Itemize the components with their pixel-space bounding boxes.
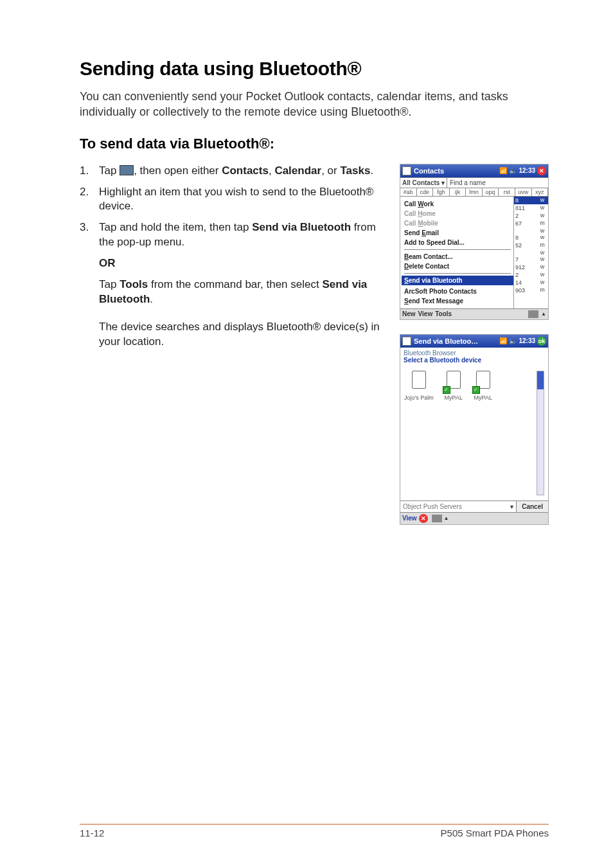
bluetooth-device[interactable]: ✓MyPAL bbox=[474, 371, 493, 495]
titlebar: Contacts 📶 🔈 12:33 ✕ bbox=[400, 164, 548, 177]
signal-icon: 📶 bbox=[499, 337, 507, 344]
clock: 12:33 bbox=[519, 337, 535, 344]
alpha-tab[interactable]: #ab bbox=[400, 188, 417, 196]
list-row[interactable]: 912w bbox=[514, 263, 548, 271]
titlebar: Send via Bluetoo… 📶 🔈 12:33 ok bbox=[400, 335, 548, 348]
context-menu-item[interactable]: Send Email bbox=[404, 228, 511, 238]
subsection-heading: To send data via Bluetooth®: bbox=[80, 136, 549, 152]
list-row[interactable]: 8w bbox=[514, 197, 548, 204]
context-menu-item[interactable]: Delete Contact bbox=[404, 261, 511, 271]
list-row[interactable]: w bbox=[514, 249, 548, 256]
context-menu-item[interactable]: Send Text Message bbox=[404, 296, 511, 306]
speaker-icon: 🔈 bbox=[509, 337, 517, 344]
close-icon[interactable]: ✕ bbox=[537, 166, 546, 175]
tray: 📶 🔈 12:33 ✕ bbox=[499, 166, 546, 175]
speaker-icon: 🔈 bbox=[509, 167, 517, 174]
keyboard-icon[interactable] bbox=[528, 310, 538, 318]
clock: 12:33 bbox=[519, 167, 535, 174]
tray: 📶 🔈 12:33 ok bbox=[499, 337, 546, 346]
start-icon[interactable] bbox=[402, 337, 411, 346]
context-menu-item[interactable]: ArcSoft Photo Contacts bbox=[404, 287, 511, 296]
info-text: The device searches and displays Bluetoo… bbox=[80, 320, 383, 350]
list-row[interactable]: 52m bbox=[514, 242, 548, 249]
list-row[interactable]: w bbox=[514, 227, 548, 234]
scrollbar[interactable] bbox=[537, 371, 544, 495]
step-3: Tap and hold the item, then tap Send via… bbox=[80, 220, 383, 250]
context-menu-item: Call Mobile bbox=[404, 218, 511, 228]
screenshot-contacts: Contacts 📶 🔈 12:33 ✕ All Contacts ▾ Find… bbox=[400, 164, 549, 320]
alpha-tab[interactable]: cde bbox=[417, 188, 434, 196]
page-footer: 11-12 P505 Smart PDA Phones bbox=[80, 824, 549, 838]
bluetooth-device[interactable]: Jojo's Palm bbox=[404, 371, 434, 495]
list-row[interactable]: 903m bbox=[514, 287, 548, 294]
context-menu: Call WorkCall HomeCall MobileSend EmailA… bbox=[400, 197, 513, 308]
keyboard-icon[interactable] bbox=[432, 515, 442, 522]
sip-arrow-icon[interactable]: ▲ bbox=[444, 515, 449, 521]
cmd-view[interactable]: View bbox=[418, 310, 433, 317]
list-row[interactable]: 2w bbox=[514, 271, 548, 279]
sip-arrow-icon[interactable]: ▲ bbox=[541, 311, 546, 317]
contact-list-preview: 8w811w2w67mw8w52mw7w912w2w14w903m bbox=[513, 197, 548, 308]
context-menu-item[interactable]: Beam Contact... bbox=[404, 252, 511, 261]
device-list[interactable]: Jojo's Palm✓MyPAL✓MyPAL bbox=[400, 366, 548, 500]
step-2: Highlight an item that you wish to send … bbox=[80, 185, 383, 215]
list-row[interactable]: 2w bbox=[514, 212, 548, 220]
bb-heading: Bluetooth Browser bbox=[400, 348, 548, 357]
close-icon[interactable]: ✕ bbox=[419, 514, 428, 523]
alpha-tab[interactable]: fgh bbox=[433, 188, 450, 196]
app-title: Send via Bluetoo… bbox=[414, 337, 499, 345]
cmd-new[interactable]: New bbox=[402, 310, 416, 317]
list-row[interactable]: 811w bbox=[514, 204, 548, 212]
step-1: Tap , then open either Contacts, Calenda… bbox=[80, 164, 383, 179]
service-combo[interactable]: Object Push Servers▾ bbox=[400, 501, 516, 512]
alpha-tab[interactable]: xyz bbox=[532, 188, 549, 196]
bb-subheading: Select a Bluetooth device bbox=[400, 357, 548, 366]
cmd-tools[interactable]: Tools bbox=[435, 310, 452, 317]
footer-product: P505 Smart PDA Phones bbox=[441, 828, 549, 838]
start-icon[interactable] bbox=[402, 166, 411, 175]
bluetooth-device[interactable]: ✓MyPAL bbox=[444, 371, 463, 495]
intro-text: You can conveniently send your Pocket Ou… bbox=[80, 89, 549, 120]
alpha-tab[interactable]: lmn bbox=[466, 188, 483, 196]
list-row[interactable]: 7w bbox=[514, 256, 548, 263]
start-icon bbox=[120, 165, 134, 175]
alpha-tab[interactable]: opq bbox=[483, 188, 499, 196]
app-title: Contacts bbox=[414, 167, 499, 175]
signal-icon: 📶 bbox=[499, 167, 507, 174]
alpha-tab[interactable]: ijk bbox=[450, 188, 466, 196]
instructions-column: Tap , then open either Contacts, Calenda… bbox=[80, 164, 383, 539]
list-row[interactable]: 14w bbox=[514, 279, 548, 287]
page-number: 11-12 bbox=[80, 828, 104, 838]
list-row[interactable]: 67m bbox=[514, 220, 548, 227]
alpha-tab[interactable]: uvw bbox=[515, 188, 532, 196]
page-title: Sending data using Bluetooth® bbox=[80, 58, 549, 80]
or-text: Tap Tools from the command bar, then sel… bbox=[80, 278, 383, 307]
context-menu-item[interactable]: Call Work bbox=[404, 199, 511, 209]
screenshots-column: Contacts 📶 🔈 12:33 ✕ All Contacts ▾ Find… bbox=[400, 164, 549, 539]
command-bar[interactable]: View ✕ ▲ bbox=[400, 512, 548, 524]
cancel-button[interactable]: Cancel bbox=[516, 501, 548, 512]
find-name-input[interactable]: Find a name bbox=[447, 178, 548, 188]
context-menu-item[interactable]: Send via Bluetooth bbox=[402, 276, 513, 285]
ok-icon[interactable]: ok bbox=[537, 337, 546, 346]
chevron-down-icon[interactable]: ▾ bbox=[510, 503, 513, 510]
context-menu-item[interactable]: Add to Speed Dial... bbox=[404, 238, 511, 247]
list-row[interactable]: 8w bbox=[514, 234, 548, 242]
command-bar[interactable]: New View Tools ▲ bbox=[400, 308, 548, 319]
category-filter[interactable]: All Contacts ▾ bbox=[400, 178, 447, 188]
or-label: OR bbox=[80, 256, 383, 271]
cmd-view[interactable]: View bbox=[402, 515, 417, 522]
context-menu-item: Call Home bbox=[404, 209, 511, 218]
alpha-tabs[interactable]: #abcdefghijklmnopqrstuvwxyz bbox=[400, 188, 548, 197]
screenshot-bluetooth-browser: Send via Bluetoo… 📶 🔈 12:33 ok Bluetooth… bbox=[400, 334, 549, 525]
alpha-tab[interactable]: rst bbox=[499, 188, 515, 196]
